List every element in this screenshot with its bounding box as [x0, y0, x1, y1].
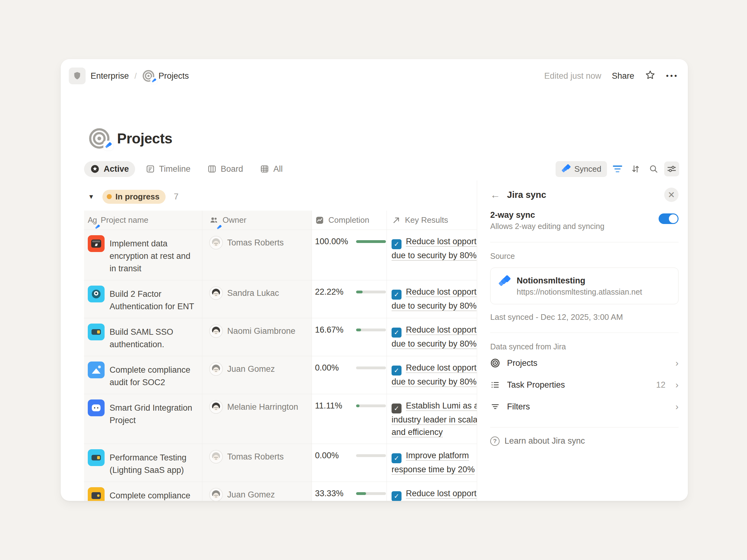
- collapse-caret-icon[interactable]: ▼: [88, 193, 94, 201]
- workspace-shield-icon[interactable]: [69, 68, 85, 84]
- source-card[interactable]: Notionsmltesting https://notionsmltestin…: [490, 268, 678, 304]
- key-result-link[interactable]: Reduce lost opportu: [406, 489, 481, 498]
- key-result-checkbox[interactable]: ✓: [391, 366, 402, 375]
- project-name[interactable]: Implement dataencryption at rest andin t…: [109, 235, 190, 275]
- jira-sync-panel: ← Jira sync ✕ 2-way sync Allows 2-way ed…: [477, 181, 688, 501]
- tab-board[interactable]: Board: [201, 161, 249, 177]
- key-result-link[interactable]: and efficiency: [391, 427, 443, 437]
- top-bar-actions: Edited just now Share •••: [544, 70, 678, 82]
- project-name[interactable]: Smart Grid IntegrationProject: [109, 399, 192, 438]
- search-button[interactable]: [646, 161, 661, 177]
- column-header-completion[interactable]: Completion: [312, 211, 387, 230]
- list-icon: [490, 380, 500, 390]
- back-button[interactable]: ←: [490, 190, 500, 200]
- project-name[interactable]: Build 2 FactorAuthentication for ENT: [109, 286, 194, 313]
- key-result-link[interactable]: Reduce lost opportu: [406, 363, 481, 372]
- key-result-link[interactable]: due to security by 80%: [391, 251, 476, 260]
- sort-button[interactable]: [628, 161, 643, 177]
- people-icon: [209, 216, 218, 225]
- key-result-link[interactable]: response time by 20%: [391, 465, 475, 474]
- tab-timeline[interactable]: Timeline: [139, 161, 197, 177]
- divider: [490, 242, 678, 242]
- search-icon: [649, 164, 659, 174]
- owner-name[interactable]: Tomas Roberts: [227, 449, 284, 476]
- divider: [490, 427, 678, 427]
- breadcrumb-page[interactable]: Projects: [142, 70, 189, 82]
- view-tabs: Active Timeline Board: [84, 161, 289, 177]
- key-result-checkbox[interactable]: ✓: [391, 453, 402, 463]
- notion-window: Enterprise / Projects Edited just now Sh…: [61, 59, 688, 501]
- desktop-background: Enterprise / Projects Edited just now Sh…: [0, 0, 747, 560]
- project-name[interactable]: Complete complianceaudit for ISO27001: [109, 487, 190, 501]
- tab-active[interactable]: Active: [84, 161, 135, 177]
- filter-button[interactable]: [610, 161, 625, 177]
- breadcrumb: Enterprise / Projects: [69, 68, 189, 84]
- two-way-sync-toggle[interactable]: [659, 213, 678, 224]
- panel-item-filters[interactable]: Filters ›: [490, 397, 678, 417]
- key-result-checkbox[interactable]: ✓: [391, 239, 402, 249]
- star-circle-icon: [90, 164, 100, 174]
- project-name[interactable]: Build SAML SSOauthentication.: [109, 324, 173, 351]
- key-result-link[interactable]: Reduce lost opportu: [406, 237, 481, 246]
- project-icon: [88, 487, 105, 501]
- filter-lines-icon: [490, 402, 500, 411]
- owner-name[interactable]: Juan Gomez: [227, 362, 275, 389]
- panel-item-projects[interactable]: Projects ›: [490, 353, 678, 373]
- jira-icon: [498, 275, 511, 288]
- project-name[interactable]: Performance Testing(Lighting SaaS app): [109, 449, 186, 476]
- progress-bar: [356, 404, 386, 407]
- key-result-link[interactable]: industry leader in scala: [391, 415, 478, 424]
- chevron-right-icon: ›: [675, 402, 678, 411]
- progress-bar: [356, 492, 386, 495]
- key-result-link[interactable]: due to security by 80%: [391, 301, 476, 311]
- key-result-link[interactable]: Establish Lumi as a: [406, 401, 479, 410]
- tab-all[interactable]: All: [254, 161, 289, 177]
- avatar: [209, 324, 223, 338]
- key-result-link[interactable]: Reduce lost opportu: [406, 325, 481, 335]
- avatar: [209, 488, 223, 501]
- chevron-right-icon: ›: [675, 358, 678, 368]
- key-result-link[interactable]: Reduce lost opportu: [406, 287, 481, 296]
- owner-name[interactable]: Juan Gomez: [227, 487, 275, 501]
- key-result-link[interactable]: due to security by 80%: [391, 339, 476, 348]
- panel-item-task-properties[interactable]: Task Properties 12 ›: [490, 375, 678, 395]
- avatar: [209, 236, 223, 249]
- project-icon: [88, 235, 105, 252]
- chart-icon: [315, 216, 324, 225]
- jira-badge-icon: [150, 77, 157, 84]
- owner-name[interactable]: Sandra Lukac: [227, 286, 279, 313]
- key-result-link[interactable]: due to security by 80%: [391, 377, 476, 386]
- share-button[interactable]: Share: [612, 71, 634, 81]
- learn-about-jira-sync-link[interactable]: ? Learn about Jira sync: [490, 436, 678, 446]
- view-settings-button[interactable]: [664, 161, 679, 177]
- synced-button[interactable]: Synced: [556, 161, 607, 177]
- completion-value: 0.00%: [315, 362, 352, 374]
- completion-value: 16.67%: [315, 324, 352, 336]
- key-result-checkbox[interactable]: ✓: [391, 403, 402, 414]
- filter-icon: [613, 165, 622, 172]
- key-result-checkbox[interactable]: ✓: [391, 491, 402, 501]
- top-bar: Enterprise / Projects Edited just now Sh…: [61, 59, 688, 85]
- key-result-checkbox[interactable]: ✓: [391, 290, 402, 300]
- column-header-owner[interactable]: Owner: [202, 211, 312, 230]
- avatar: [209, 450, 223, 463]
- chevron-right-icon: ›: [675, 380, 678, 390]
- owner-name[interactable]: Naomi Giambrone: [227, 324, 295, 351]
- project-name[interactable]: Complete complianceaudit for SOC2: [109, 362, 190, 389]
- key-result-checkbox[interactable]: ✓: [391, 328, 402, 338]
- owner-name[interactable]: Tomas Roberts: [227, 235, 284, 275]
- timeline-icon: [146, 164, 155, 174]
- two-way-sync-description: Allows 2-way editing and syncing: [490, 221, 659, 232]
- two-way-sync-label: 2-way sync: [490, 209, 659, 221]
- status-badge[interactable]: In progress: [102, 190, 166, 204]
- owner-name[interactable]: Melanie Harrington: [227, 399, 298, 438]
- breadcrumb-workspace[interactable]: Enterprise: [91, 71, 129, 81]
- close-panel-button[interactable]: ✕: [664, 188, 678, 202]
- column-header-project-name[interactable]: Ag Project name: [84, 211, 202, 230]
- favorite-star-icon[interactable]: [645, 70, 655, 82]
- completion-value: 11.11%: [315, 399, 352, 412]
- avatar: [209, 286, 223, 300]
- more-menu-button[interactable]: •••: [666, 72, 678, 80]
- page-icon[interactable]: [88, 128, 110, 149]
- key-result-link[interactable]: Improve platform: [406, 451, 469, 460]
